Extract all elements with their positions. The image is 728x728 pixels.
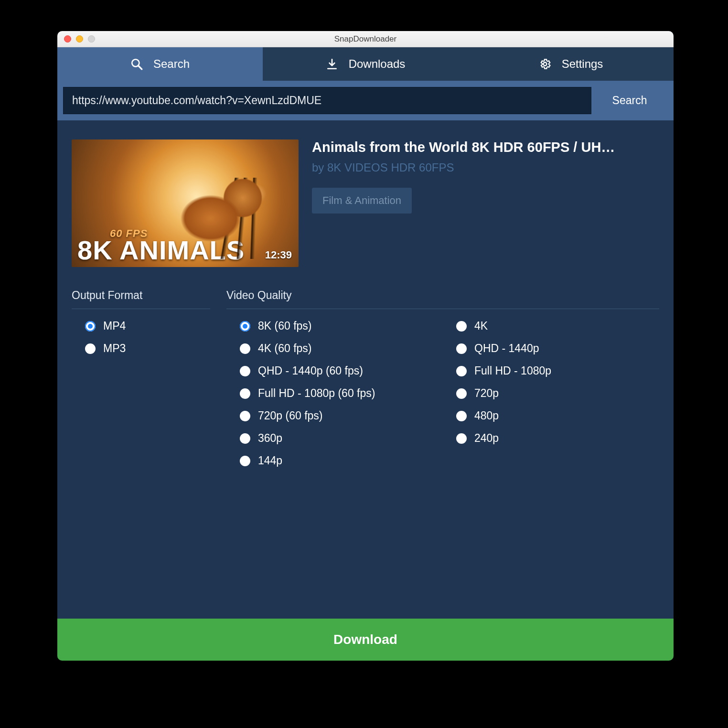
- radio-icon: [240, 321, 250, 332]
- download-icon: [326, 58, 338, 70]
- quality-option-fhd60[interactable]: Full HD - 1080p (60 fps): [240, 387, 443, 400]
- tab-downloads[interactable]: Downloads: [263, 47, 468, 81]
- quality-option-144[interactable]: 144p: [240, 454, 443, 467]
- video-quality-col2: 4KQHD - 1440pFull HD - 1080p720p480p240p: [443, 320, 659, 467]
- quality-option-240[interactable]: 240p: [456, 432, 659, 445]
- video-thumbnail[interactable]: 60 FPS 8K ANIMALS 12:39: [72, 139, 299, 267]
- radio-icon: [240, 433, 250, 444]
- quality-label: 720p (60 fps): [258, 409, 323, 422]
- quality-option-720[interactable]: 720p: [456, 387, 659, 400]
- radio-icon: [240, 388, 250, 399]
- quality-label: Full HD - 1080p: [474, 364, 551, 377]
- category-chip[interactable]: Film & Animation: [312, 188, 412, 214]
- tab-search[interactable]: Search: [57, 47, 263, 81]
- output-format-list: MP4 MP3: [72, 320, 210, 355]
- radio-icon: [240, 456, 250, 466]
- radio-icon: [85, 321, 96, 332]
- thumbnail-overlay-text: 60 FPS 8K ANIMALS: [77, 229, 245, 262]
- quality-label: 480p: [474, 409, 499, 422]
- format-label: MP3: [103, 342, 126, 355]
- tab-bar: Search Downloads Settings: [57, 47, 674, 81]
- video-author[interactable]: 8K VIDEOS HDR 60FPS: [327, 161, 454, 174]
- quality-option-4k60[interactable]: 4K (60 fps): [240, 342, 443, 355]
- quality-label: 360p: [258, 432, 282, 445]
- radio-icon: [456, 321, 467, 332]
- tab-settings-label: Settings: [562, 57, 603, 71]
- window-title: SnapDownloader: [57, 34, 674, 44]
- url-input[interactable]: [63, 87, 591, 114]
- app-window: SnapDownloader Search Downloads Settings…: [57, 31, 674, 661]
- radio-icon: [456, 366, 467, 376]
- radio-icon: [240, 411, 250, 421]
- quality-option-fhd[interactable]: Full HD - 1080p: [456, 364, 659, 377]
- quality-label: 4K (60 fps): [258, 342, 312, 355]
- video-title: Animals from the World 8K HDR 60FPS / UH…: [312, 139, 659, 155]
- radio-icon: [456, 433, 467, 444]
- gear-icon: [539, 58, 551, 70]
- quality-label: 720p: [474, 387, 499, 400]
- format-option-mp4[interactable]: MP4: [85, 320, 210, 332]
- video-quality-col1: 8K (60 fps)4K (60 fps)QHD - 1440p (60 fp…: [226, 320, 443, 467]
- quality-label: 8K (60 fps): [258, 320, 312, 332]
- quality-label: Full HD - 1080p (60 fps): [258, 387, 375, 400]
- tab-settings[interactable]: Settings: [468, 47, 674, 81]
- radio-icon: [456, 343, 467, 354]
- radio-icon: [240, 343, 250, 354]
- download-button[interactable]: Download: [57, 619, 674, 661]
- quality-option-4k[interactable]: 4K: [456, 320, 659, 332]
- svg-line-1: [138, 65, 142, 69]
- quality-label: 144p: [258, 454, 282, 467]
- titlebar: SnapDownloader: [57, 31, 674, 47]
- video-byline: by 8K VIDEOS HDR 60FPS: [312, 161, 659, 174]
- quality-label: QHD - 1440p: [474, 342, 539, 355]
- quality-option-qhd[interactable]: QHD - 1440p: [456, 342, 659, 355]
- quality-label: 4K: [474, 320, 488, 332]
- options-area: Output Format MP4 MP3 Video Quality 8K (…: [72, 289, 659, 467]
- content-area: 60 FPS 8K ANIMALS 12:39 Animals from the…: [57, 120, 674, 619]
- format-label: MP4: [103, 320, 126, 332]
- video-meta: Animals from the World 8K HDR 60FPS / UH…: [312, 139, 659, 267]
- video-duration: 12:39: [265, 249, 292, 261]
- video-quality-section: Video Quality 8K (60 fps)4K (60 fps)QHD …: [226, 289, 659, 467]
- quality-option-8k60[interactable]: 8K (60 fps): [240, 320, 443, 332]
- search-row: Search: [57, 81, 674, 120]
- tab-search-label: Search: [153, 57, 190, 71]
- search-button[interactable]: Search: [591, 87, 668, 114]
- search-icon: [130, 58, 143, 70]
- video-quality-grid: 8K (60 fps)4K (60 fps)QHD - 1440p (60 fp…: [226, 320, 659, 467]
- quality-label: 240p: [474, 432, 499, 445]
- quality-label: QHD - 1440p (60 fps): [258, 364, 363, 377]
- radio-icon: [240, 366, 250, 376]
- thumbnail-big-text: 8K ANIMALS: [77, 238, 245, 262]
- format-option-mp3[interactable]: MP3: [85, 342, 210, 355]
- quality-option-360[interactable]: 360p: [240, 432, 443, 445]
- radio-icon: [85, 343, 96, 354]
- output-format-section: Output Format MP4 MP3: [72, 289, 210, 467]
- output-format-heading: Output Format: [72, 289, 210, 309]
- tab-downloads-label: Downloads: [349, 57, 406, 71]
- quality-option-qhd60[interactable]: QHD - 1440p (60 fps): [240, 364, 443, 377]
- radio-icon: [456, 411, 467, 421]
- radio-icon: [456, 388, 467, 399]
- quality-option-480[interactable]: 480p: [456, 409, 659, 422]
- video-info-row: 60 FPS 8K ANIMALS 12:39 Animals from the…: [72, 139, 659, 267]
- video-quality-heading: Video Quality: [226, 289, 659, 309]
- quality-option-72060[interactable]: 720p (60 fps): [240, 409, 443, 422]
- byline-prefix: by: [312, 161, 327, 174]
